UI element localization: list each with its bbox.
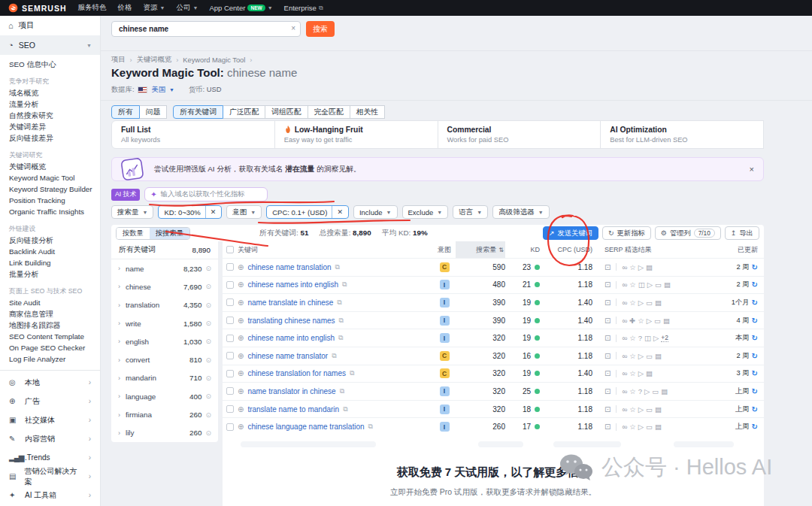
sidebar-link[interactable]: Position Tracking [0,195,100,206]
serp-preview-icon[interactable]: ⊡ [604,387,611,395]
keyword-link[interactable]: name translate in chinese [247,298,333,307]
eye-icon[interactable]: ⊙ [205,374,211,382]
row-checkbox[interactable] [226,423,234,431]
tab-chip[interactable]: 相关性 [350,105,385,119]
sidebar-link[interactable]: Organic Traffic Insights [0,206,100,217]
refresh-row-icon[interactable]: ↻ [752,263,758,271]
serp-snapshot-icon[interactable]: ⧉ [343,405,347,414]
row-checkbox[interactable] [226,387,234,395]
keyword-link[interactable]: chinese name translation [247,263,331,271]
search-input[interactable] [111,21,301,37]
serp-preview-icon[interactable]: ⊡ [604,334,611,342]
refresh-row-icon[interactable]: ↻ [752,334,758,342]
row-checkbox[interactable] [226,263,234,271]
sidebar-link[interactable]: 关键词研究 [0,150,100,161]
col-header-volume[interactable]: 搜索量 ⇅ [456,241,505,258]
col-header-keyword[interactable]: 关键词 [238,245,433,255]
eye-icon[interactable]: ⊙ [205,338,211,345]
breadcrumb-item[interactable]: Keyword Magic Tool› [183,55,252,65]
select-all-checkbox[interactable] [226,246,234,253]
sidebar-link[interactable]: 商家信息管理 [0,308,100,320]
send-keywords-button[interactable]: ↗ 发送关键词 [543,226,598,240]
add-keyword-icon[interactable]: ⊕ [238,387,244,395]
manage-columns-button[interactable]: ⚙ 管理列 7/10 [655,226,721,240]
serp-preview-icon[interactable]: ⊡ [604,352,611,360]
refresh-row-icon[interactable]: ↻ [752,369,758,377]
serp-preview-icon[interactable]: ⊡ [604,317,611,325]
sidebar-link[interactable]: 页面上 SEO 与技术 SEO [0,286,100,297]
row-checkbox[interactable] [226,281,234,289]
add-keyword-icon[interactable]: ⊕ [238,263,244,271]
serp-preview-icon[interactable]: ⊡ [604,280,611,289]
keyword-link[interactable]: chinese language name translation [247,423,364,431]
col-header-updated[interactable]: 已更新 [714,245,764,255]
sidebar-link[interactable]: 地图排名跟踪器 [0,320,100,331]
sidebar-link[interactable]: Site Audit [0,297,100,308]
refresh-row-icon[interactable]: ↻ [752,352,758,360]
clear-search-icon[interactable]: × [291,24,295,32]
keyword-group-row[interactable]: › name 8,230 ⊙ [111,259,218,277]
col-header-kd[interactable]: KD [505,246,540,253]
sidebar-link[interactable]: Keyword Strategy Builder [0,183,100,195]
semrush-logo[interactable]: SEMRUSH [8,3,67,13]
eye-icon[interactable]: ⊙ [205,265,211,272]
keyword-link[interactable]: chinese name into english [247,334,335,342]
add-keyword-icon[interactable]: ⊕ [238,405,244,414]
serp-snapshot-icon[interactable]: ⧉ [350,369,354,377]
col-header-intent[interactable]: 意图 [433,245,456,255]
sidebar-link[interactable]: SEO 信息中心 [0,59,100,70]
eye-icon[interactable]: ⊙ [205,320,211,327]
add-keyword-icon[interactable]: ⊕ [238,369,244,377]
sidebar-link[interactable]: 流量分析 [0,98,100,110]
serp-snapshot-icon[interactable]: ⧉ [338,334,343,342]
search-button[interactable]: 搜索 [306,21,335,37]
sidebar-link[interactable]: SEO Content Template [0,331,100,342]
nav-menu-item[interactable]: 服务特色 [78,3,107,13]
refresh-row-icon[interactable]: ↻ [752,405,758,414]
sidebar-link[interactable]: 自然搜索研究 [0,110,100,121]
sidebar-link[interactable]: On Page SEO Checker [0,342,100,353]
keyword-group-row[interactable]: › chinese 7,690 ⊙ [111,277,218,295]
sidebar-bottom-item[interactable]: ▤ 营销公司解决方案 › [0,467,100,486]
nav-menu-item[interactable]: 资源 ▼ [144,3,165,13]
export-button[interactable]: ↥ 导出 [725,226,759,240]
keyword-group-row[interactable]: › mandarin 710 ⊙ [111,369,218,387]
sidebar-link[interactable]: 关键词差异 [0,121,100,132]
refresh-row-icon[interactable]: ↻ [752,423,758,431]
keyword-group-row[interactable]: › language 400 ⊙ [111,387,218,405]
chevron-down-icon[interactable]: ▼ [169,87,174,92]
preset-card[interactable]: Commercial Works for paid SEO [438,120,601,149]
sidebar-link[interactable]: Backlink Audit [0,246,100,257]
refresh-row-icon[interactable]: ↻ [752,317,758,325]
serp-snapshot-icon[interactable]: ⧉ [368,423,373,431]
remove-filter-icon[interactable]: ✕ [332,206,343,218]
filter-chip[interactable]: 高级筛选器 ▼ [492,205,549,219]
expand-chevron-icon[interactable]: › [118,411,120,419]
preset-card[interactable]: Full List All keywords [111,120,275,149]
keyword-group-row[interactable]: › firmiana 260 ⊙ [111,405,218,423]
expand-chevron-icon[interactable]: › [118,429,120,437]
keyword-link[interactable]: chinese name translator [247,352,328,360]
sidebar-top-item[interactable]: ⌂ 项目 [0,16,100,35]
eye-icon[interactable]: ⊙ [205,301,211,309]
eye-icon[interactable]: ⊙ [205,411,211,419]
keyword-link[interactable]: chinese translation for names [247,369,346,377]
row-checkbox[interactable] [226,317,234,324]
row-checkbox[interactable] [226,405,234,413]
filter-chip[interactable]: CPC: 0.1+ (USD) ✕ [266,205,349,219]
col-header-serp[interactable]: SERP 精选结果 [592,245,714,255]
tab-chip[interactable]: 所有 [111,105,140,119]
row-checkbox[interactable] [226,335,234,342]
add-keyword-icon[interactable]: ⊕ [238,334,244,342]
keyword-group-row[interactable]: › translation 4,350 ⊙ [111,296,218,314]
sort-toggle-option[interactable]: 按搜索量 [150,228,189,239]
sidebar-bottom-item[interactable]: ▣ 社交媒体 › [0,411,100,429]
keyword-group-row[interactable]: › english 1,030 ⊙ [111,332,218,350]
eye-icon[interactable]: ⊙ [205,356,211,364]
sidebar-link[interactable]: 竞争对手研究 [0,76,100,87]
keyword-link[interactable]: name translator in chinese [247,387,335,395]
sidebar-link[interactable]: Log File Analyzer [0,353,100,365]
sidebar-bottom-item[interactable]: ◎ 本地 › [0,373,100,392]
filter-chip[interactable]: Exclude ▼ [402,205,449,219]
expand-chevron-icon[interactable]: › [118,338,120,345]
